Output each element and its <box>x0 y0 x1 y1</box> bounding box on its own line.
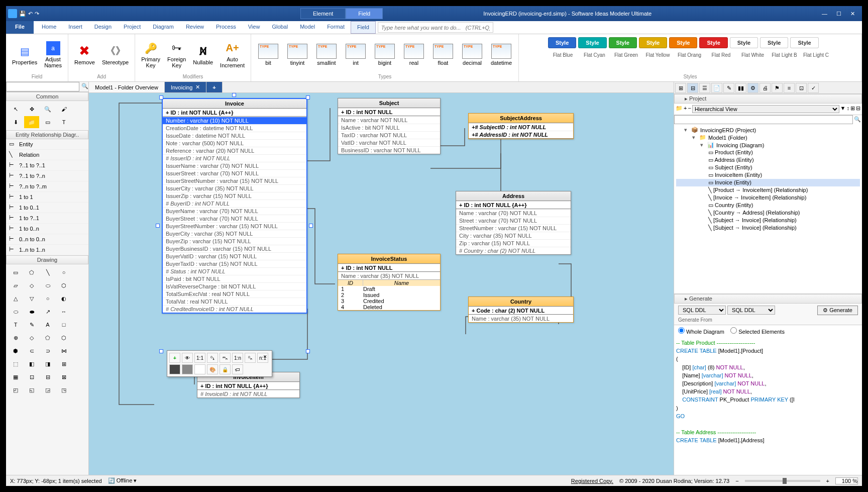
shape-tool-25[interactable]: ⊂ <box>24 345 39 357</box>
rt-icon[interactable]: ≡ <box>784 83 795 93</box>
field-row[interactable]: IssuerZip : varchar (15) NOT NULL <box>163 192 306 200</box>
shape-tool-17[interactable]: ✎ <box>24 319 39 331</box>
menu-review[interactable]: Review <box>180 21 210 34</box>
tree-item[interactable]: ▭ Country (Entity) <box>676 202 860 209</box>
shape-tool-4[interactable]: ▱ <box>8 279 23 291</box>
field-row[interactable]: BuyerZip : varchar (15) NOT NULL <box>163 237 306 245</box>
maximize-icon[interactable]: ☐ <box>836 11 841 17</box>
tree-item[interactable]: ▭ Subject (Entity) <box>676 164 860 171</box>
shape-tool-11[interactable]: ◐ <box>56 292 71 305</box>
minimize-icon[interactable]: — <box>822 11 827 17</box>
rel-11-icon[interactable]: 1:1 <box>194 353 205 363</box>
menu-insert[interactable]: Insert <box>62 21 88 34</box>
adjust-names-button[interactable]: aAdjust Names <box>42 40 64 69</box>
rel-mn-icon[interactable]: ᵐₙ <box>220 353 231 363</box>
field-row[interactable]: BuyerBusinessID : varchar (15) NOT NULL <box>163 245 306 252</box>
shape-tool-15[interactable]: ↔ <box>56 306 71 318</box>
tree-item[interactable]: ╲ [Subject → Invoice] (Relationship) <box>676 224 860 232</box>
shape-tool-22[interactable]: ⬠ <box>40 332 55 344</box>
project-search-input[interactable] <box>674 115 853 124</box>
type-int-button[interactable]: int <box>343 43 369 67</box>
menu-design[interactable]: Design <box>88 21 118 34</box>
rt-icon[interactable]: ⚑ <box>772 83 783 93</box>
shape-tool-3[interactable]: ○ <box>56 266 71 278</box>
offline-indicator[interactable]: 🔄 Offline ▾ <box>108 477 137 484</box>
tree-item[interactable]: ╲ [Product → InvoiceItem] (Relationship) <box>676 186 860 194</box>
field-row[interactable]: IsVatReverseCharge : bit NOT NULL <box>163 282 306 290</box>
field-row[interactable]: IsActive : bit NOT NULL <box>338 124 440 131</box>
menu-model[interactable]: Model <box>294 21 321 34</box>
field-row[interactable]: Name : varchar (70) NOT NULL <box>456 209 571 217</box>
shape-tool-21[interactable]: ◇ <box>24 332 39 344</box>
type-datetime-button[interactable]: datetime <box>488 43 514 67</box>
shape-tool-37[interactable]: ◱ <box>24 384 39 396</box>
zoom-in-icon[interactable]: + <box>826 478 829 484</box>
field-row[interactable]: # BuyerID : int NOT NULL <box>163 200 306 207</box>
field-row[interactable]: BuyerVatID : varchar (15) NOT NULL <box>163 252 306 260</box>
remove-button[interactable]: ✖Remove <box>72 43 97 66</box>
paint-tool[interactable]: 🖌 <box>56 103 71 115</box>
tree-item[interactable]: ▭ Invoice (Entity) <box>676 179 860 186</box>
shape-tool-32[interactable]: ▦ <box>8 371 23 383</box>
rect-tool[interactable]: ▭ <box>40 116 55 128</box>
palette-icon[interactable]: 🎨 <box>207 364 218 374</box>
shape-tool-36[interactable]: ◰ <box>8 384 23 396</box>
field-row[interactable]: Number : varchar (10) NOT NULL <box>163 117 306 124</box>
menu-format[interactable]: Format <box>321 21 351 34</box>
save-icon[interactable]: 💾 <box>19 11 26 17</box>
type-real-button[interactable]: real <box>401 43 427 67</box>
whole-diagram-radio[interactable]: Whole Diagram <box>678 329 724 335</box>
drawing-panel-header[interactable]: Drawing <box>6 255 88 264</box>
style-Flat-Light-C-button[interactable]: Style <box>790 37 818 48</box>
close-tab-icon[interactable]: ✕ <box>195 84 200 90</box>
close-toolbar-icon[interactable]: ✕ <box>260 352 271 362</box>
toolbox-search-input[interactable] <box>6 82 79 91</box>
shape-tool-16[interactable]: T <box>8 319 23 331</box>
shape-tool-35[interactable]: ⊠ <box>56 371 71 383</box>
menu-file[interactable]: File <box>6 21 34 34</box>
field-row[interactable]: StreetNumber : varchar (15) NOT NULL <box>456 224 571 232</box>
type-bit-button[interactable]: bit <box>255 43 281 67</box>
entity-country[interactable]: Country + Code : char (2) NOT NULL Name … <box>468 297 574 323</box>
style-Flat-Green-button[interactable]: Style <box>609 37 637 48</box>
zoom-tool[interactable]: 🔍 <box>40 103 55 115</box>
color-white-icon[interactable] <box>194 364 205 374</box>
rt-icon[interactable]: ⊞ <box>675 83 686 93</box>
type-float-button[interactable]: float <box>430 43 456 67</box>
shape-tool-29[interactable]: ◧ <box>24 358 39 370</box>
rt-icon[interactable]: 📄 <box>711 83 722 93</box>
shape-tool-18[interactable]: A <box>40 319 55 331</box>
generate-button[interactable]: ⚙ Generate <box>817 306 858 315</box>
menu-diagram[interactable]: Diagram <box>147 21 180 34</box>
tree-item[interactable]: ╲ [Invoice → InvoiceItem] (Relationship) <box>676 194 860 202</box>
tab-overview[interactable]: Model1 - Folder Overview <box>89 82 165 92</box>
field-row[interactable]: BusinessID : varchar NOT NULL <box>338 146 440 154</box>
shape-tool-0[interactable]: ▭ <box>8 266 23 278</box>
tree-item[interactable]: ╲ [Country → Address] (Relationship) <box>676 209 860 217</box>
field-row[interactable]: IssuerStreet : varchar (70) NOT NULL <box>163 169 306 177</box>
selected-elements-radio[interactable]: Selected Elements <box>730 329 785 335</box>
floating-field-toolbar[interactable]: + 👁 1:1 ⁰₁ ᵐₙ 1:n ⁰ₙ n:1 ✕ 🎨 🔒 🏷 <box>167 350 272 377</box>
common-panel-header[interactable]: Common <box>6 92 88 101</box>
command-search-input[interactable] <box>378 22 493 33</box>
color-dark-icon[interactable] <box>182 364 193 374</box>
undo-icon[interactable]: ↶ <box>28 11 33 17</box>
type-bigint-button[interactable]: bigint <box>372 43 398 67</box>
rel-tool[interactable]: ⊢0..n to 0..n <box>6 234 88 245</box>
project-tree[interactable]: ▾📦 InvoicingERD (Project) ▾📁 Model1 (Fol… <box>674 124 862 293</box>
shape-tool-38[interactable]: ◲ <box>40 384 55 396</box>
type-decimal-button[interactable]: decimal <box>459 43 485 67</box>
proj-tool-icon[interactable]: + <box>684 105 687 113</box>
shape-tool-1[interactable]: ⬠ <box>24 266 39 278</box>
add-field-icon[interactable]: + <box>169 353 180 363</box>
pointer-tool[interactable]: ↖ <box>8 103 23 115</box>
shape-tool-23[interactable]: ⬡ <box>56 332 71 344</box>
entity-subject[interactable]: Subject + ID : int NOT NULL Name : varch… <box>338 98 441 154</box>
entity-address[interactable]: Address + ID : int NOT NULL {A++} Name :… <box>456 191 571 255</box>
shape-tool-12[interactable]: ⬭ <box>8 306 23 318</box>
shape-tool-6[interactable]: ⬭ <box>40 279 55 291</box>
auto-increment-button[interactable]: A+Auto Increment <box>218 40 247 69</box>
tree-item[interactable]: ▭ InvoiceItem (Entity) <box>676 171 860 179</box>
folder-tool[interactable]: 📁 <box>24 116 39 128</box>
field-row[interactable]: TaxID : varchar NOT NULL <box>338 131 440 139</box>
